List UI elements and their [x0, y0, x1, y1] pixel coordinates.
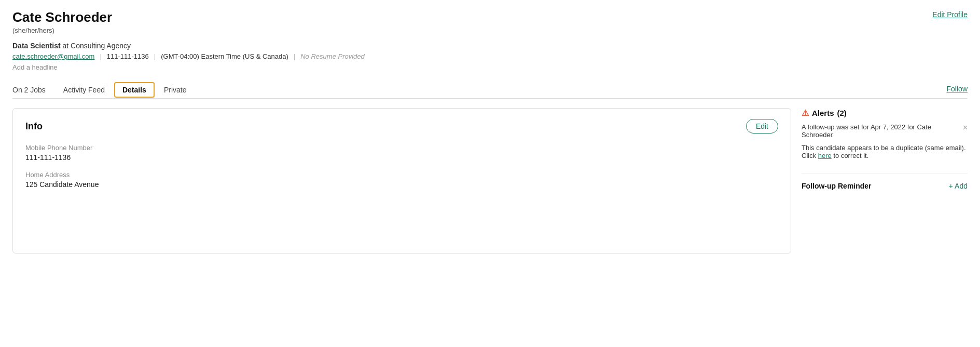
separator-1: |	[100, 52, 101, 60]
tab-details[interactable]: Details	[114, 82, 155, 98]
tabs-row: On 2 Jobs Activity Feed Details Private …	[12, 82, 968, 99]
alert-text-2-link[interactable]: here	[818, 152, 832, 159]
separator-2: |	[154, 52, 156, 60]
alert-item-1: A follow-up was set for Apr 7, 2022 for …	[802, 123, 968, 139]
followup-add-button[interactable]: + Add	[949, 182, 968, 190]
add-headline[interactable]: Add a headline	[12, 63, 968, 71]
tab-private[interactable]: Private	[156, 82, 195, 98]
right-panel: ⚠ Alerts (2) A follow-up was set for Apr…	[802, 108, 968, 253]
home-address-label: Home Address	[25, 171, 778, 179]
info-edit-button[interactable]: Edit	[746, 119, 778, 134]
alerts-section: ⚠ Alerts (2) A follow-up was set for Apr…	[802, 108, 968, 174]
separator-3: |	[294, 52, 295, 60]
contact-phone: 111-111-1136	[107, 52, 149, 60]
edit-profile-link[interactable]: Edit Profile	[932, 10, 968, 19]
alert-text-2: This candidate appears to be a duplicate…	[802, 144, 968, 159]
alert-text-2-prefix: Click	[802, 152, 818, 159]
mobile-phone-label: Mobile Phone Number	[25, 144, 778, 152]
alert-close-1[interactable]: ×	[963, 123, 968, 132]
contact-email[interactable]: cate.schroeder@gmail.com	[12, 52, 94, 60]
contact-row: cate.schroeder@gmail.com | 111-111-1136 …	[12, 52, 968, 60]
role-title: Data Scientist	[12, 42, 61, 50]
info-panel: Info Edit Mobile Phone Number 111-111-11…	[12, 108, 791, 253]
alerts-title: Alerts	[812, 109, 834, 117]
tab-activity-feed[interactable]: Activity Feed	[55, 82, 113, 98]
alert-text-2-before: This candidate appears to be a duplicate…	[802, 144, 966, 152]
alerts-count: (2)	[837, 109, 847, 117]
role-row: Data Scientist at Consulting Agency	[12, 42, 968, 50]
follow-link[interactable]: Follow	[947, 85, 968, 93]
mobile-phone-value: 111-111-1136	[25, 153, 778, 162]
role-company-text: at Consulting Agency	[62, 42, 131, 50]
alert-icon: ⚠	[802, 108, 809, 118]
tab-on-jobs[interactable]: On 2 Jobs	[12, 82, 54, 98]
contact-timezone: (GMT-04:00) Eastern Time (US & Canada)	[161, 52, 288, 60]
info-panel-title: Info	[25, 121, 43, 132]
candidate-pronouns: (she/her/hers)	[12, 26, 112, 34]
candidate-name: Cate Schroeder	[12, 9, 112, 25]
followup-section: Follow-up Reminder + Add	[802, 182, 968, 190]
home-address-value: 125 Candidate Avenue	[25, 180, 778, 189]
alert-item-2: This candidate appears to be a duplicate…	[802, 144, 968, 159]
followup-title: Follow-up Reminder	[802, 182, 872, 190]
contact-resume-status: No Resume Provided	[300, 52, 365, 60]
alert-text-2-after: to correct it.	[832, 152, 869, 159]
alert-text-1: A follow-up was set for Apr 7, 2022 for …	[802, 123, 959, 139]
